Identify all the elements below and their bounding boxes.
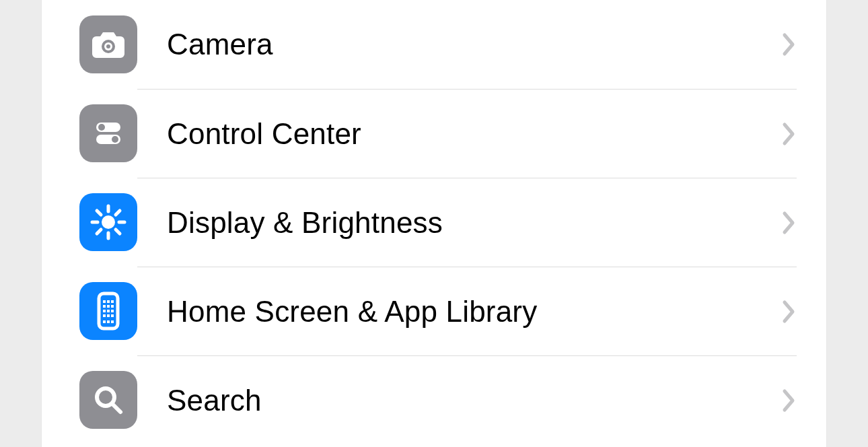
chevron-right-icon (782, 32, 797, 57)
svg-rect-20 (103, 305, 106, 308)
svg-rect-23 (103, 310, 106, 312)
brightness-icon (79, 193, 137, 251)
settings-list: Camera Control Center (42, 0, 826, 444)
settings-row-control-center[interactable]: Control Center (42, 89, 826, 178)
home-screen-icon (79, 282, 137, 340)
chevron-right-icon (782, 300, 797, 324)
settings-row-home-screen[interactable]: Home Screen & App Library (42, 267, 826, 355)
svg-line-12 (97, 211, 101, 215)
control-center-icon (79, 104, 137, 162)
svg-rect-30 (107, 320, 110, 323)
settings-row-display-brightness[interactable]: Display & Brightness (42, 178, 826, 267)
svg-point-6 (112, 136, 118, 143)
svg-line-33 (112, 404, 120, 412)
svg-line-15 (97, 230, 101, 234)
settings-section: Camera Control Center (0, 0, 868, 447)
settings-row-label: Search (167, 384, 782, 417)
settings-row-label: Camera (167, 28, 782, 61)
svg-rect-21 (107, 305, 110, 308)
svg-rect-26 (103, 314, 106, 317)
svg-point-7 (102, 215, 115, 229)
svg-point-4 (98, 124, 105, 131)
svg-rect-31 (111, 320, 114, 323)
camera-icon (79, 15, 137, 73)
svg-point-2 (106, 44, 110, 48)
settings-card: Camera Control Center (42, 0, 826, 447)
settings-row-search[interactable]: Search (42, 355, 826, 444)
chevron-right-icon (782, 211, 797, 235)
svg-line-14 (116, 211, 120, 215)
svg-rect-27 (107, 314, 110, 317)
chevron-right-icon (782, 122, 797, 146)
svg-rect-19 (111, 300, 114, 303)
settings-row-label: Control Center (167, 117, 782, 151)
svg-rect-24 (107, 310, 110, 312)
svg-line-13 (116, 230, 120, 234)
search-icon (79, 371, 137, 429)
svg-rect-28 (111, 314, 114, 317)
svg-rect-18 (107, 300, 110, 303)
svg-rect-17 (103, 300, 106, 303)
svg-rect-25 (111, 310, 114, 312)
chevron-right-icon (782, 388, 797, 413)
settings-row-label: Display & Brightness (167, 206, 782, 240)
settings-row-camera[interactable]: Camera (42, 0, 826, 89)
settings-row-label: Home Screen & App Library (167, 295, 782, 329)
svg-rect-22 (111, 305, 114, 308)
svg-rect-29 (103, 320, 106, 323)
